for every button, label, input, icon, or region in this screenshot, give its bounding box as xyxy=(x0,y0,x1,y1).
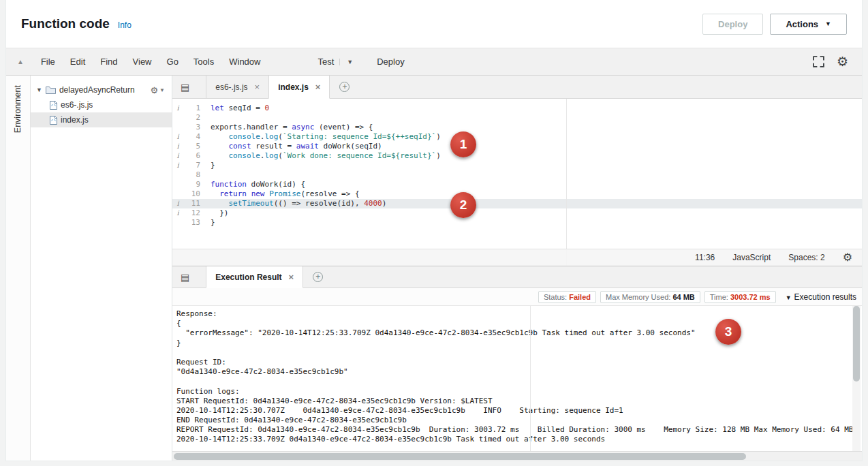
new-tab-icon[interactable]: + xyxy=(339,82,350,92)
chevron-down-icon: ▼ xyxy=(825,20,831,27)
editor-settings-gear-icon[interactable]: ⚙ xyxy=(843,252,852,263)
gutter-line-number[interactable]: 1 xyxy=(183,104,205,113)
close-icon[interactable]: × xyxy=(255,82,260,92)
folder-expand-caret-icon[interactable]: ▼ xyxy=(36,87,42,93)
execution-results-toggle[interactable]: ▼Execution results xyxy=(786,292,856,302)
code-text: return new Promise(resolve => { xyxy=(205,189,360,199)
gutter-line-number[interactable]: 2 xyxy=(183,113,205,123)
log-line xyxy=(176,377,848,386)
log-line: "0d4a1340-e9ce-47c2-8034-e35ec9cb1c9b" xyxy=(176,367,848,377)
tree-folder-row[interactable]: ▼ delayedAsyncReturn ⚙▼ xyxy=(31,82,172,97)
js-file-icon xyxy=(50,116,57,125)
gutter-line-number[interactable]: 4 xyxy=(183,132,205,142)
tab-index-js[interactable]: index.js × xyxy=(268,76,330,99)
tab-label: index.js xyxy=(278,82,309,92)
log-line: 2020-10-14T12:25:33.709Z 0d4a1340-e9ce-4… xyxy=(176,435,848,444)
gutter-line-number[interactable]: 12 xyxy=(183,208,205,218)
gutter-spacer xyxy=(172,113,183,123)
language-mode[interactable]: JavaScript xyxy=(732,253,771,262)
lambda-function-code-page: Function code Info Deploy Actions ▼ ▲ Fi… xyxy=(0,0,868,466)
code-editor[interactable]: i1let seqId = 023exports.handler = async… xyxy=(172,99,862,266)
tab-list-icon[interactable]: ▤ xyxy=(181,272,189,283)
close-icon[interactable]: × xyxy=(315,82,321,92)
horizontal-scrollbar[interactable] xyxy=(172,451,862,461)
code-text: let seqId = 0 xyxy=(205,104,269,113)
log-line: REPORT RequestId: 0d4a1340-e9ce-47c2-803… xyxy=(176,425,848,435)
gutter-line-number[interactable]: 13 xyxy=(183,218,205,228)
execution-tabbar: ▤ Execution Result × + xyxy=(172,266,862,288)
menu-item-find[interactable]: Find xyxy=(93,57,125,67)
code-lines: i1let seqId = 023exports.handler = async… xyxy=(172,104,862,228)
code-line-10: 10 return new Promise(resolve => { xyxy=(172,189,862,199)
tree-file-index[interactable]: index.js xyxy=(31,112,172,127)
test-dropdown-caret-icon[interactable]: ▼ xyxy=(339,59,360,65)
vertical-scrollbar[interactable] xyxy=(852,306,861,451)
deploy-button[interactable]: Deploy xyxy=(702,14,763,35)
tab-list-icon[interactable]: ▤ xyxy=(181,82,189,93)
gutter-cell: i1 xyxy=(172,104,205,113)
gutter-line-number[interactable]: 11 xyxy=(183,199,205,208)
close-icon[interactable]: × xyxy=(289,272,294,282)
header: Function code Info Deploy Actions ▼ xyxy=(6,0,862,48)
horizontal-scrollbar-thumb[interactable] xyxy=(174,453,746,460)
menu-item-test[interactable]: Test xyxy=(310,57,339,67)
file-name: index.js xyxy=(61,115,89,125)
file-name: es6-.js.js xyxy=(61,100,93,110)
code-line-8: 8 xyxy=(172,170,862,180)
actions-button[interactable]: Actions ▼ xyxy=(770,14,847,35)
collapse-editor-icon[interactable]: ▲ xyxy=(17,58,24,65)
code-line-2: 2 xyxy=(172,113,862,123)
menu-item-edit[interactable]: Edit xyxy=(63,57,93,67)
cursor-position[interactable]: 11:36 xyxy=(695,253,715,262)
status-badges: Status: FailedMax Memory Used: 64 MBTime… xyxy=(538,291,776,303)
gutter-cell: 3 xyxy=(172,123,205,132)
menu-item-tools[interactable]: Tools xyxy=(186,57,221,67)
info-marker-icon: i xyxy=(172,142,183,151)
code-line-1: i1let seqId = 0 xyxy=(172,104,862,113)
menu-item-view[interactable]: View xyxy=(125,57,159,67)
info-marker-icon: i xyxy=(172,199,183,208)
log-line: "errorMessage": "2020-10-14T12:25:33.709… xyxy=(176,328,848,338)
tab-execution-result[interactable]: Execution Result × xyxy=(206,266,303,288)
execution-status-row: Status: FailedMax Memory Used: 64 MBTime… xyxy=(172,288,862,306)
code-line-12: i12 }) xyxy=(172,208,862,218)
vertical-scrollbar-thumb[interactable] xyxy=(853,306,860,382)
log-line: { xyxy=(176,319,848,328)
environment-strip[interactable]: Environment xyxy=(6,76,31,461)
settings-gear-icon[interactable]: ⚙ xyxy=(837,55,848,68)
tree-settings-gear-icon[interactable]: ⚙▼ xyxy=(150,85,165,95)
log-line: END RequestId: 0d4a1340-e9ce-47c2-8034-e… xyxy=(176,416,848,425)
environment-label: Environment xyxy=(13,85,24,133)
gutter-line-number[interactable]: 8 xyxy=(183,170,205,180)
menu-item-deploy[interactable]: Deploy xyxy=(369,57,412,67)
info-marker-icon: i xyxy=(172,132,183,142)
execution-output[interactable]: Response:{ "errorMessage": "2020-10-14T1… xyxy=(172,306,862,451)
gutter-cell: 13 xyxy=(172,218,205,228)
page-title: Function code xyxy=(21,16,110,31)
info-link[interactable]: Info xyxy=(118,20,131,30)
log-line: 2020-10-14T12:25:30.707Z 0d4a1340-e9ce-4… xyxy=(176,406,848,416)
code-line-6: i6 console.log(`Work done: sequence Id=$… xyxy=(172,151,862,161)
tree-file-es6[interactable]: es6-.js.js xyxy=(31,97,172,112)
gutter-line-number[interactable]: 5 xyxy=(183,142,205,151)
chevron-down-icon: ▼ xyxy=(786,294,792,301)
menu-item-window[interactable]: Window xyxy=(221,57,268,67)
indent-setting[interactable]: Spaces: 2 xyxy=(788,253,824,262)
code-text: exports.handler = async (event) => { xyxy=(205,123,373,132)
code-text xyxy=(205,170,211,180)
gutter-line-number[interactable]: 7 xyxy=(183,161,205,170)
tab-es6-js[interactable]: es6-.js.js × xyxy=(206,76,269,98)
tab-label: es6-.js.js xyxy=(215,82,247,92)
print-margin xyxy=(530,306,531,451)
menu-item-go[interactable]: Go xyxy=(159,57,186,67)
gutter-line-number[interactable]: 10 xyxy=(183,189,205,199)
log-line: Request ID: xyxy=(176,358,848,367)
code-text: } xyxy=(205,161,215,170)
code-text: function doWork(id) { xyxy=(205,180,305,189)
menu-item-file[interactable]: File xyxy=(33,57,63,67)
new-tab-icon[interactable]: + xyxy=(313,272,323,282)
gutter-line-number[interactable]: 3 xyxy=(183,123,205,132)
gutter-line-number[interactable]: 9 xyxy=(183,180,205,189)
fullscreen-icon[interactable] xyxy=(813,56,824,67)
gutter-line-number[interactable]: 6 xyxy=(183,151,205,161)
